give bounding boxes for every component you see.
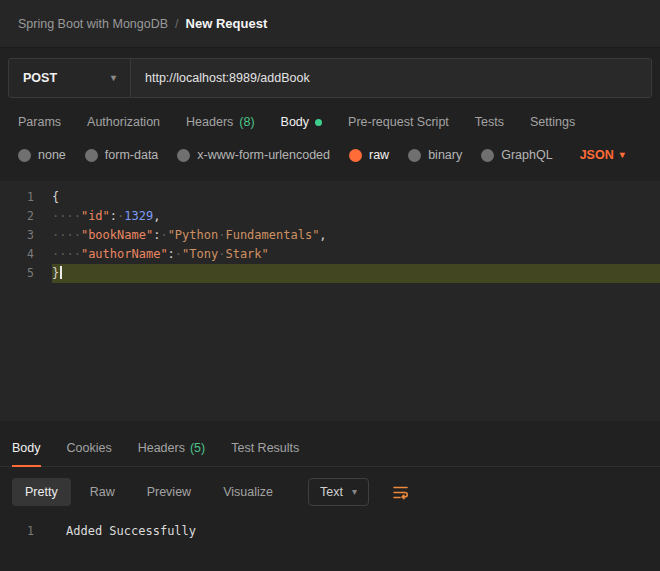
tab-label: Authorization: [87, 115, 160, 129]
line-number: 1: [0, 188, 52, 207]
response-text: Added Successfully: [52, 522, 196, 541]
view-mode-raw[interactable]: Raw: [77, 478, 128, 506]
tab-tests[interactable]: Tests: [475, 115, 504, 129]
url-input[interactable]: http://localhost:8989/addBook: [131, 59, 651, 97]
line-number: 5: [0, 264, 52, 283]
line-number: 2: [0, 207, 52, 226]
response-toolbar: Pretty Raw Preview Visualize Text ▾: [0, 467, 660, 512]
tab-label: Test Results: [231, 441, 299, 455]
headers-count: (8): [239, 115, 254, 129]
body-type-label: binary: [428, 148, 462, 162]
body-type-label: GraphQL: [501, 148, 552, 162]
editor-line[interactable]: 4····"authorName":·"Tony·Stark": [0, 245, 660, 264]
tab-label: Headers: [186, 115, 233, 129]
chevron-down-icon: ▾: [111, 73, 116, 83]
body-type-label: none: [38, 148, 66, 162]
radio-icon: [18, 149, 31, 162]
tab-label: Body: [12, 441, 41, 455]
breadcrumb-separator: /: [175, 17, 178, 31]
radio-icon: [85, 149, 98, 162]
raw-language-select[interactable]: JSON ▾: [580, 148, 625, 162]
breadcrumb-request-name[interactable]: New Request: [186, 16, 268, 31]
line-number: 1: [0, 522, 52, 541]
view-mode-label: Pretty: [25, 485, 58, 499]
editor-line-code[interactable]: ····"id":·1329,: [52, 207, 660, 226]
response-format-label: Text: [320, 485, 343, 499]
radio-selected-icon: [349, 149, 362, 162]
line-number: 4: [0, 245, 52, 264]
tab-label: Body: [281, 115, 310, 129]
editor-line[interactable]: 5}: [0, 264, 660, 283]
response-body: 1Added Successfully: [0, 512, 660, 541]
body-type-label: form-data: [105, 148, 159, 162]
editor-line-code[interactable]: }: [52, 264, 660, 283]
response-tab-test-results[interactable]: Test Results: [231, 441, 299, 465]
tab-pre-request-script[interactable]: Pre-request Script: [348, 115, 449, 129]
response-format-select[interactable]: Text ▾: [308, 478, 369, 506]
raw-language-label: JSON: [580, 148, 614, 162]
breadcrumb: Spring Boot with MongoDB / New Request: [0, 0, 660, 48]
body-type-form-data[interactable]: form-data: [85, 148, 159, 162]
method-label: POST: [23, 71, 57, 85]
view-mode-preview[interactable]: Preview: [134, 478, 204, 506]
tab-body[interactable]: Body: [281, 115, 323, 129]
response-tab-headers[interactable]: Headers (5): [138, 441, 206, 465]
tab-authorization[interactable]: Authorization: [87, 115, 160, 129]
view-mode-label: Preview: [147, 485, 191, 499]
body-type-label: raw: [369, 148, 389, 162]
editor-line[interactable]: 1{: [0, 188, 660, 207]
editor-line[interactable]: 2····"id":·1329,: [0, 207, 660, 226]
editor-line[interactable]: 3····"bookName":·"Python·Fundamentals",: [0, 226, 660, 245]
editor-line-code[interactable]: ····"authorName":·"Tony·Stark": [52, 245, 660, 264]
tab-params[interactable]: Params: [18, 115, 61, 129]
body-type-row: none form-data x-www-form-urlencoded raw…: [0, 139, 660, 176]
editor-line-code[interactable]: ····"bookName":·"Python·Fundamentals",: [52, 226, 660, 245]
tab-label: Pre-request Script: [348, 115, 449, 129]
tab-label: Tests: [475, 115, 504, 129]
response-tabs: Body Cookies Headers (5) Test Results: [0, 427, 660, 467]
view-mode-pretty[interactable]: Pretty: [12, 478, 71, 506]
tab-label: Cookies: [67, 441, 112, 455]
response-tab-cookies[interactable]: Cookies: [67, 441, 112, 465]
line-number: 3: [0, 226, 52, 245]
request-body-editor[interactable]: 1{2····"id":·1329,3····"bookName":·"Pyth…: [0, 181, 660, 421]
body-type-binary[interactable]: binary: [408, 148, 462, 162]
tab-settings[interactable]: Settings: [530, 115, 575, 129]
text-cursor: [60, 266, 62, 279]
tab-label: Settings: [530, 115, 575, 129]
breadcrumb-collection[interactable]: Spring Boot with MongoDB: [18, 17, 168, 31]
tab-headers[interactable]: Headers (8): [186, 115, 255, 129]
radio-icon: [481, 149, 494, 162]
body-type-graphql[interactable]: GraphQL: [481, 148, 552, 162]
method-select[interactable]: POST ▾: [9, 59, 131, 97]
chevron-down-icon: ▾: [620, 150, 625, 160]
chevron-down-icon: ▾: [352, 487, 357, 497]
body-filled-dot-icon: [315, 119, 322, 126]
radio-icon: [177, 149, 190, 162]
tab-label: Params: [18, 115, 61, 129]
response-line: 1Added Successfully: [0, 522, 660, 541]
body-type-raw[interactable]: raw: [349, 148, 389, 162]
tab-label: Headers: [138, 441, 185, 455]
body-type-x-www-form-urlencoded[interactable]: x-www-form-urlencoded: [177, 148, 330, 162]
response-tab-body[interactable]: Body: [12, 441, 41, 467]
body-type-label: x-www-form-urlencoded: [197, 148, 330, 162]
view-mode-label: Visualize: [223, 485, 273, 499]
editor-line-code[interactable]: {: [52, 188, 660, 207]
headers-count: (5): [190, 441, 205, 455]
view-mode-label: Raw: [90, 485, 115, 499]
radio-icon: [408, 149, 421, 162]
request-tabs: Params Authorization Headers (8) Body Pr…: [0, 98, 660, 139]
body-type-none[interactable]: none: [18, 148, 66, 162]
view-mode-visualize[interactable]: Visualize: [210, 478, 286, 506]
wrap-text-icon[interactable]: [391, 483, 410, 502]
url-value: http://localhost:8989/addBook: [145, 71, 310, 85]
request-url-bar: POST ▾ http://localhost:8989/addBook: [8, 58, 652, 98]
